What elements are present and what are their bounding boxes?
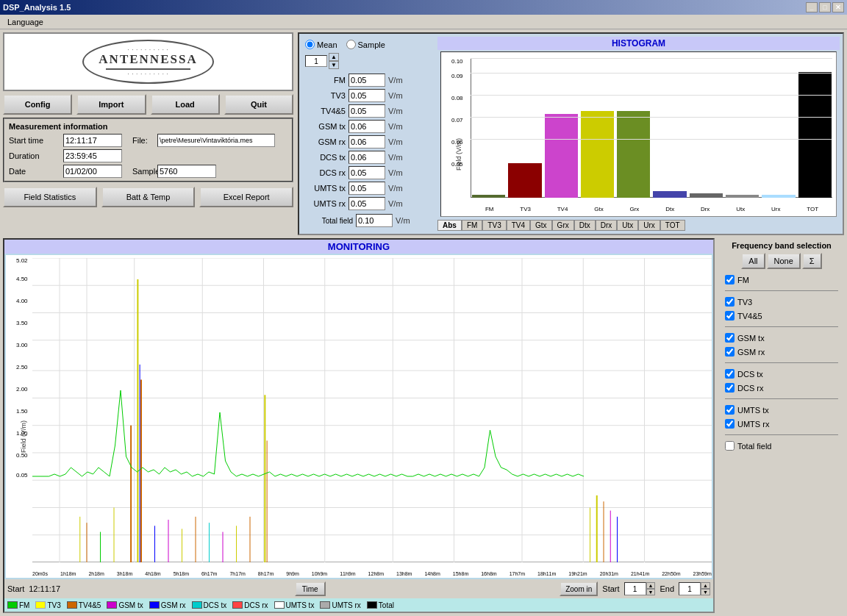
import-button[interactable]: Import xyxy=(76,94,146,115)
freq-checks: FM TV3 TV4&5 GSM tx xyxy=(722,272,841,454)
start-down-icon[interactable]: ▼ xyxy=(646,589,656,595)
menu-language[interactable]: Language xyxy=(3,16,48,28)
umts-tx-label: UMTS tx xyxy=(305,184,346,193)
spinner-down[interactable]: ▼ xyxy=(329,61,339,69)
time-button[interactable]: Time xyxy=(295,581,326,596)
check-dcsrx[interactable] xyxy=(725,383,735,393)
hist-bar-dtx xyxy=(653,191,686,198)
file-label: File: xyxy=(132,136,154,145)
check-gsmtx[interactable] xyxy=(725,333,735,343)
end-down-icon[interactable]: ▼ xyxy=(701,589,710,595)
tab-grx[interactable]: Grx xyxy=(552,220,574,231)
histogram-tabs: Abs FM TV3 TV4 Gtx Grx Dtx Drx Utx Urx T… xyxy=(437,220,840,231)
tv3-input[interactable] xyxy=(349,89,385,102)
excel-report-button[interactable]: Excel Report xyxy=(199,187,293,207)
tab-dtx[interactable]: Dtx xyxy=(574,220,596,231)
check-gsmrx-label: GSM rx xyxy=(737,348,765,357)
radio-mean[interactable]: Mean xyxy=(305,40,337,49)
legend-gsmrx-label: GSM rx xyxy=(161,601,186,609)
legend-dcsrx-label: DCS rx xyxy=(244,601,268,609)
config-button[interactable]: Config xyxy=(3,94,72,115)
legend-row: FM TV3 TV4&5 GSM tx GSM rx DCS tx DCS rx… xyxy=(4,598,713,612)
tab-tot[interactable]: TOT xyxy=(660,220,685,231)
measurement-info: Measurement information Start time File:… xyxy=(3,118,293,182)
tab-gtx[interactable]: Gtx xyxy=(530,220,552,231)
hist-bar-utx xyxy=(726,195,759,198)
tab-utx[interactable]: Utx xyxy=(617,220,638,231)
check-dcstx[interactable] xyxy=(725,369,735,379)
umts-rx-input[interactable] xyxy=(349,197,385,210)
batt-temp-button[interactable]: Batt & Temp xyxy=(101,187,196,207)
freq-all-button[interactable]: All xyxy=(741,253,765,269)
hist-bar-tot xyxy=(798,72,832,198)
title-bar: DSP_Analysis 1.5 _ □ ✕ xyxy=(0,0,847,15)
mon-start-value: 12:11:17 xyxy=(29,584,60,593)
total-field-input[interactable] xyxy=(356,214,393,227)
load-button[interactable]: Load xyxy=(151,94,220,115)
fm-input[interactable] xyxy=(349,74,385,87)
duration-input[interactable] xyxy=(63,149,122,162)
fm-unit: V/m xyxy=(388,76,403,85)
check-gsmrx[interactable] xyxy=(725,347,735,357)
hist-bar-tv3 xyxy=(508,163,541,198)
dcs-tx-input[interactable] xyxy=(349,151,385,164)
close-button[interactable]: ✕ xyxy=(832,2,844,12)
zoom-in-button[interactable]: Zoom in xyxy=(560,581,598,596)
start-ctrl-label: Start xyxy=(602,584,619,593)
radio-sample[interactable]: Sample xyxy=(346,40,385,49)
dcs-tx-label: DCS tx xyxy=(305,153,346,162)
date-input[interactable] xyxy=(63,165,122,178)
check-fm[interactable] xyxy=(725,275,735,284)
tv45-label: TV4&5 xyxy=(305,107,346,115)
legend-tv3-label: TV3 xyxy=(47,601,60,609)
hist-bar-fm xyxy=(472,195,505,198)
field-statistics-button[interactable]: Field Statistics xyxy=(3,187,97,207)
check-tv3[interactable] xyxy=(725,297,735,307)
hist-bar-urx xyxy=(762,195,795,198)
legend-umtsrx-color xyxy=(320,601,330,609)
end-ctrl-input[interactable] xyxy=(679,582,701,595)
tv3-label: TV3 xyxy=(305,91,346,100)
freq-sigma-button[interactable]: Σ xyxy=(802,253,822,269)
file-input[interactable] xyxy=(157,134,275,147)
check-tv45[interactable] xyxy=(725,311,735,320)
spinner-input[interactable] xyxy=(305,55,327,67)
umts-tx-input[interactable] xyxy=(349,182,385,195)
check-umtsrx[interactable] xyxy=(725,419,735,429)
dcs-rx-input[interactable] xyxy=(349,166,385,179)
check-totalfield[interactable] xyxy=(725,441,735,451)
legend-tv45-color xyxy=(67,601,77,609)
tv45-input[interactable] xyxy=(349,104,385,118)
histogram-bars xyxy=(472,58,832,198)
legend-tv45-label: TV4&5 xyxy=(79,601,101,609)
logo-text: ANTENNESSA xyxy=(99,52,197,67)
tab-tv4[interactable]: TV4 xyxy=(507,220,530,231)
dcs-rx-label: DCS rx xyxy=(305,168,346,177)
tab-abs[interactable]: Abs xyxy=(437,220,462,231)
window-title: DSP_Analysis 1.5 xyxy=(3,3,71,12)
freq-band-title: Frequency band selection xyxy=(722,241,841,250)
tab-drx[interactable]: Drx xyxy=(596,220,618,231)
gsm-tx-label: GSM tx xyxy=(305,122,346,131)
freq-none-button[interactable]: None xyxy=(767,253,801,269)
legend-fm-label: FM xyxy=(19,601,29,609)
gsm-rx-input[interactable] xyxy=(349,135,385,148)
check-umtstx[interactable] xyxy=(725,405,735,415)
legend-umtsrx-label: UMTS rx xyxy=(332,601,360,609)
tab-urx[interactable]: Urx xyxy=(638,220,660,231)
start-up-icon[interactable]: ▲ xyxy=(646,582,656,589)
tab-tv3[interactable]: TV3 xyxy=(482,220,506,231)
hist-bar-gtx xyxy=(581,111,614,198)
quit-button[interactable]: Quit xyxy=(224,94,293,115)
hist-bar-grx xyxy=(617,111,650,198)
check-tv3-label: TV3 xyxy=(737,298,752,307)
gsm-tx-input[interactable] xyxy=(349,120,385,133)
start-time-input[interactable] xyxy=(63,134,122,147)
samples-input[interactable] xyxy=(157,165,216,178)
spinner-up[interactable]: ▲ xyxy=(329,53,339,61)
minimize-button[interactable]: _ xyxy=(806,2,818,12)
tab-fm[interactable]: FM xyxy=(462,220,482,231)
start-ctrl-input[interactable] xyxy=(624,582,646,595)
end-up-icon[interactable]: ▲ xyxy=(701,582,710,589)
maximize-button[interactable]: □ xyxy=(819,2,831,12)
